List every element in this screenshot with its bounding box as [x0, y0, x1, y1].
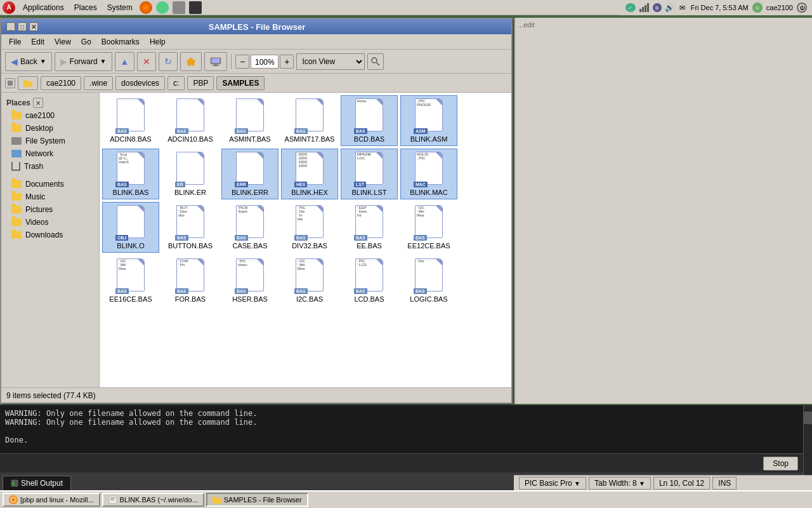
fb-toolbar: ◀ Back ▼ ▶ Forward ▼ ▲ ✕ ↻ — [1, 50, 511, 74]
file-item[interactable]: ERR BLINK.ERR — [221, 149, 278, 199]
drive-icon — [11, 137, 22, 145]
file-item[interactable]: ; PICPROGR ASM BLINK.ASM — [400, 95, 457, 146]
file-label: EE12CE.BAS — [407, 242, 450, 250]
maximize-button[interactable]: □ — [18, 22, 27, 31]
shell-tab[interactable]: $ Shell Output — [3, 476, 71, 490]
file-item[interactable]: ' PIC' LCD BAS LCD.BAS — [341, 255, 398, 306]
file-label: HSER.BAS — [232, 295, 268, 303]
reload-button[interactable]: ↻ — [159, 52, 178, 71]
status-text: 9 items selected (77.4 KB) — [6, 391, 96, 400]
taskbar-btn-editor[interactable]: BLINK.BAS (~/.wine/do... — [102, 493, 204, 507]
applications-menu[interactable]: Applications — [18, 2, 69, 13]
svg-text:$: $ — [12, 481, 15, 486]
bc-pbp[interactable]: PBP — [187, 76, 214, 90]
file-item[interactable]: ' EEP' DemIni BAS EE.BAS — [341, 202, 398, 253]
file-item[interactable]: binou BAS BCD.BAS — [341, 95, 398, 146]
file-item[interactable]: ' BUT' Densho BAS BUTTON.BAS — [162, 202, 219, 253]
folder-icon — [11, 231, 22, 239]
sidebar-header: Places ✕ — [1, 95, 99, 109]
bc-samples[interactable]: SAMPLES — [216, 76, 265, 90]
sidebar-item-trash[interactable]: Trash — [1, 160, 99, 173]
file-item[interactable]: :0200:1000:1000:1000 HEX BLINK.HEX — [281, 149, 338, 199]
sidebar-close[interactable]: ✕ — [33, 98, 43, 108]
sidebar-item-pictures[interactable]: Pictures — [1, 203, 99, 216]
file-item[interactable]: ' FOR' Pri BAS FOR.BAS — [162, 255, 219, 306]
file-item[interactable]: ' PICcharv BAS HSER.BAS — [221, 255, 278, 306]
bc-root[interactable] — [18, 76, 38, 90]
file-item[interactable]: ' Dis BAS LOGIC.BAS — [400, 255, 457, 306]
file-item[interactable]: ' I2C' WriRea BAS I2C.BAS — [281, 255, 338, 306]
places-menu[interactable]: Places — [69, 2, 102, 13]
zoom-display: 100% — [251, 55, 278, 69]
sidebar-item-desktop[interactable]: Desktop — [1, 122, 99, 135]
pic-mode-dropdown-icon[interactable]: ▼ — [574, 480, 580, 487]
edit-menu[interactable]: Edit — [26, 36, 49, 48]
taskbar-btn-filebrowser[interactable]: SAMPLES - File Browser — [206, 493, 308, 507]
fb-body: Places ✕ cae2100 Desktop File System Net… — [1, 93, 511, 387]
sidebar-item-downloads[interactable]: Downloads — [1, 229, 99, 241]
up-button[interactable]: ▲ — [115, 52, 135, 71]
file-icon: ' Exa@ C_main1 BAS — [115, 152, 146, 187]
pic-mode-segment[interactable]: PIC Basic Pro ▼ — [519, 477, 586, 490]
zoom-in-button[interactable]: + — [280, 55, 294, 69]
file-item[interactable]: ' I2C' WriRea BAS EE16CE.BAS — [102, 255, 159, 306]
file-label: FOR.BAS — [175, 295, 206, 303]
bc-wine[interactable]: .wine — [84, 76, 113, 90]
go-menu[interactable]: Go — [76, 36, 96, 48]
tab-width-dropdown-icon[interactable]: ▼ — [639, 480, 645, 487]
sidebar-item-documents[interactable]: Documents — [1, 178, 99, 190]
file-item[interactable]: ' PIC' Div' inthe BAS DIV32.BAS — [281, 202, 338, 253]
file-icon: NOLIS; PIC MAC — [414, 152, 444, 187]
file-item[interactable]: 'PICB'Each BAS CASE.BAS — [221, 202, 278, 253]
file-item[interactable]: OBJ BLINK.O — [102, 202, 159, 253]
bc-cae2100[interactable]: cae2100 — [41, 76, 81, 90]
bc-dosdevices[interactable]: dosdevices — [115, 76, 165, 90]
bc-c[interactable]: c: — [167, 76, 185, 90]
zoom-out-button[interactable]: − — [235, 55, 249, 69]
places-toggle[interactable] — [5, 78, 15, 88]
file-item[interactable]: ER BLINK.ER — [162, 149, 219, 199]
view-menu[interactable]: View — [49, 36, 76, 48]
folder-icon — [11, 206, 22, 213]
forward-dropdown-icon[interactable]: ▼ — [100, 58, 107, 65]
shell-content: WARNING: Only one filename allowed on th… — [0, 405, 803, 453]
bookmarks-menu[interactable]: Bookmarks — [96, 36, 145, 48]
system-menu[interactable]: System — [102, 2, 138, 13]
ins-mode: INS — [712, 477, 737, 490]
file-item[interactable]: BAS ADCIN10.BAS — [162, 95, 219, 146]
stop-button[interactable]: Stop — [763, 457, 798, 471]
browser-icon — [9, 495, 18, 504]
file-item[interactable]: MPASMLOC LST BLINK.LST — [341, 149, 398, 199]
username: cae2100 — [766, 4, 793, 11]
forward-button[interactable]: ▶ Forward ▼ — [55, 52, 112, 71]
back-button[interactable]: ◀ Back ▼ — [5, 52, 52, 71]
tab-width-segment[interactable]: Tab Width: 8 ▼ — [589, 477, 651, 490]
file-menu[interactable]: File — [4, 36, 26, 48]
taskbar-btn-browser[interactable]: [pbp and linux - Mozill... — [3, 493, 100, 507]
back-dropdown-icon[interactable]: ▼ — [40, 58, 46, 65]
file-item[interactable]: ' Exa@ C_main1 BAS BLINK.BAS — [102, 149, 159, 199]
folder-icon — [11, 193, 22, 201]
file-item[interactable]: ' I2C' WriRea BAS EE12CE.BAS — [400, 202, 457, 253]
minimize-button[interactable]: _ — [6, 22, 15, 31]
file-item[interactable]: BAS ASMINT17.BAS — [281, 95, 338, 146]
sidebar-item-network[interactable]: Network — [1, 147, 99, 160]
fb-menubar: File Edit View Go Bookmarks Help — [1, 34, 511, 50]
home-button[interactable] — [180, 52, 202, 71]
file-item[interactable]: BAS ASMINT.BAS — [221, 95, 278, 146]
stop-button[interactable]: ✕ — [137, 52, 156, 71]
file-label: LCD.BAS — [354, 295, 384, 303]
close-button[interactable]: ✕ — [29, 22, 38, 31]
search-button[interactable] — [367, 53, 384, 70]
sidebar-item-music[interactable]: Music — [1, 190, 99, 203]
file-item[interactable]: BAS ADCIN8.BAS — [102, 95, 159, 146]
help-menu[interactable]: Help — [145, 36, 171, 48]
sidebar-item-cae2100[interactable]: cae2100 — [1, 109, 99, 122]
sidebar-item-filesystem[interactable]: File System — [1, 135, 99, 147]
svg-rect-18 — [213, 497, 216, 498]
svg-rect-9 — [23, 80, 27, 82]
sidebar-item-videos[interactable]: Videos — [1, 216, 99, 229]
view-select[interactable]: Icon View List View Compact View — [296, 53, 365, 70]
computer-button[interactable] — [204, 52, 227, 71]
file-item[interactable]: NOLIS; PIC MAC BLINK.MAC — [400, 149, 457, 199]
